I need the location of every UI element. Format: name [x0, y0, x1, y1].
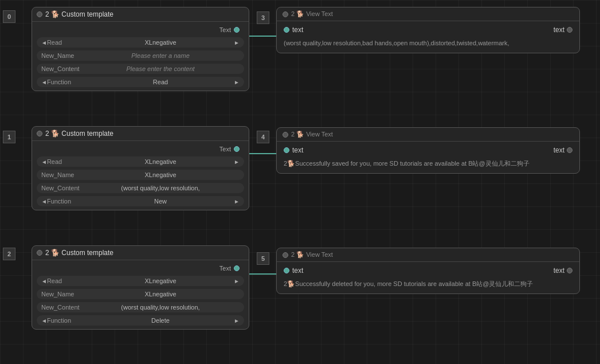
row-label-2: 2: [3, 248, 15, 260]
canvas: 0 1 2 2 🐕 Custom template Text ◄ Read XL…: [0, 0, 600, 364]
field-label-function-1: Function: [47, 198, 87, 205]
view-node-index-5: 2 🐕 View Text: [291, 251, 333, 259]
field-function-0[interactable]: ◄ Function Read ►: [37, 77, 244, 87]
field-label-function-2: Function: [47, 317, 87, 324]
field-value-newname-2: XLnegative: [81, 291, 240, 298]
field-newname-1[interactable]: New_Name XLnegative: [37, 170, 244, 180]
custom-node-0: 2 🐕 Custom template Text ◄ Read XLnegati…: [32, 7, 249, 91]
field-label-newname-1: New_Name: [41, 171, 81, 178]
view-text-row-4: text text: [284, 146, 572, 154]
field-function-1[interactable]: ◄ Function New ►: [37, 196, 244, 206]
right-arrow-function-1[interactable]: ►: [234, 198, 240, 205]
field-value-read-1: XLnegative: [87, 158, 234, 165]
view-text-left-4: text: [284, 146, 303, 154]
node-status-dot-1: [37, 131, 42, 136]
field-function-2[interactable]: ◄ Function Delete ►: [37, 315, 244, 326]
left-arrow-function-0[interactable]: ◄: [41, 79, 47, 85]
field-value-newcontent-0: Please enter the content: [81, 65, 240, 72]
view-text-row-3: text text: [284, 26, 572, 34]
text-label-1: Text: [219, 146, 231, 152]
text-output-dot-3[interactable]: [567, 27, 572, 33]
view-node-3: 2 🐕 View Text text text (worst quality,l…: [276, 7, 580, 53]
view-node-index-label-3: 3: [257, 11, 269, 24]
field-newname-2[interactable]: New_Name XLnegative: [37, 289, 244, 299]
field-newcontent-0[interactable]: New_Content Please enter the content: [37, 64, 244, 74]
text-output-label-4: text: [554, 146, 564, 154]
node-body-1: Text ◄ Read XLnegative ► New_Name XLnega…: [32, 141, 249, 210]
right-arrow-read-1[interactable]: ►: [234, 159, 240, 165]
field-value-newcontent-2: (worst quality,low resolution,: [81, 304, 240, 311]
text-input-label-4: text: [292, 146, 303, 154]
left-arrow-function-2[interactable]: ◄: [41, 318, 47, 324]
field-label-newcontent-1: New_Content: [41, 185, 81, 191]
view-text-content-5: 2🐕Successfully deleted for you, more SD …: [284, 279, 572, 289]
field-read-2[interactable]: ◄ Read XLnegative ►: [37, 276, 244, 286]
field-newcontent-1[interactable]: New_Content (worst quality,low resolutio…: [37, 183, 244, 193]
text-output-dot-2[interactable]: [234, 265, 240, 271]
text-output-label-5: text: [554, 267, 564, 275]
text-output-0: Text: [37, 25, 244, 34]
field-label-newcontent-2: New_Content: [41, 304, 81, 311]
view-text-row-5: text text: [284, 267, 572, 275]
view-text-right-5: text: [554, 267, 572, 275]
node-status-dot-0: [37, 11, 42, 17]
text-input-dot-4[interactable]: [284, 147, 289, 153]
field-value-newcontent-1: (worst quality,low resolution,: [81, 185, 240, 191]
left-arrow-read-1[interactable]: ◄: [41, 159, 47, 165]
view-node-5: 2 🐕 View Text text text 2🐕Successfully d…: [276, 248, 580, 294]
view-node-status-3: [283, 11, 288, 17]
text-input-label-5: text: [292, 267, 303, 275]
right-arrow-read-2[interactable]: ►: [234, 278, 240, 284]
field-label-function-0: Function: [47, 79, 87, 85]
node-title-0: 2 🐕 Custom template: [45, 10, 113, 18]
right-arrow-function-0[interactable]: ►: [234, 79, 240, 85]
text-output-1: Text: [37, 144, 244, 154]
custom-node-1: 2 🐕 Custom template Text ◄ Read XLnegati…: [32, 126, 249, 210]
text-output-dot-1[interactable]: [234, 146, 240, 152]
field-label-read-2: Read: [47, 277, 87, 284]
field-newname-0[interactable]: New_Name Please enter a name: [37, 50, 244, 61]
view-node-header-3: 2 🐕 View Text: [277, 7, 579, 21]
field-label-newcontent-0: New_Content: [41, 65, 81, 72]
field-label-newname-0: New_Name: [41, 52, 81, 59]
view-node-header-left-5: 2 🐕 View Text: [283, 251, 335, 259]
field-newcontent-2[interactable]: New_Content (worst quality,low resolutio…: [37, 302, 244, 312]
text-input-dot-3[interactable]: [284, 27, 289, 33]
view-text-right-3: text: [554, 26, 572, 34]
left-arrow-read-2[interactable]: ◄: [41, 278, 47, 284]
right-arrow-read-0[interactable]: ►: [234, 40, 240, 46]
field-value-newname-0: Please enter a name: [81, 52, 240, 59]
row-label-0: 0: [3, 10, 15, 23]
row-label-1: 1: [3, 131, 15, 143]
text-output-dot-4[interactable]: [567, 147, 572, 153]
view-node-index-3: 2 🐕 View Text: [291, 10, 333, 18]
right-arrow-function-2[interactable]: ►: [234, 318, 240, 324]
text-output-dot-5[interactable]: [567, 268, 572, 273]
left-arrow-read-0[interactable]: ◄: [41, 40, 47, 46]
field-label-newname-2: New_Name: [41, 291, 81, 298]
view-text-right-4: text: [554, 146, 572, 154]
field-read-1[interactable]: ◄ Read XLnegative ►: [37, 156, 244, 167]
field-value-read-2: XLnegative: [87, 277, 234, 284]
text-input-dot-5[interactable]: [284, 268, 289, 273]
node-title-2: 2 🐕 Custom template: [45, 249, 113, 257]
node-body-2: Text ◄ Read XLnegative ► New_Name XLnega…: [32, 260, 249, 329]
view-node-index-4: 2 🐕 View Text: [291, 131, 333, 138]
view-node-header-5: 2 🐕 View Text: [277, 248, 579, 262]
view-node-body-3: text text (worst quality,low resolution,…: [277, 21, 579, 53]
field-value-function-2: Delete: [87, 317, 234, 324]
view-text-left-5: text: [284, 267, 303, 275]
text-label-0: Text: [219, 26, 231, 33]
view-text-content-4: 2🐕Successfully saved for you, more SD tu…: [284, 159, 572, 169]
field-read-0[interactable]: ◄ Read XLnegative ►: [37, 37, 244, 48]
node-header-2: 2 🐕 Custom template: [32, 246, 249, 260]
field-label-read-0: Read: [47, 39, 87, 46]
field-label-read-1: Read: [47, 158, 87, 165]
field-value-read-0: XLnegative: [87, 39, 234, 46]
view-node-body-5: text text 2🐕Successfully deleted for you…: [277, 262, 579, 293]
field-value-newname-1: XLnegative: [81, 171, 240, 178]
view-node-index-label-4: 4: [257, 131, 269, 143]
text-output-label-3: text: [554, 26, 564, 34]
text-output-dot-0[interactable]: [234, 27, 240, 33]
left-arrow-function-1[interactable]: ◄: [41, 198, 47, 205]
